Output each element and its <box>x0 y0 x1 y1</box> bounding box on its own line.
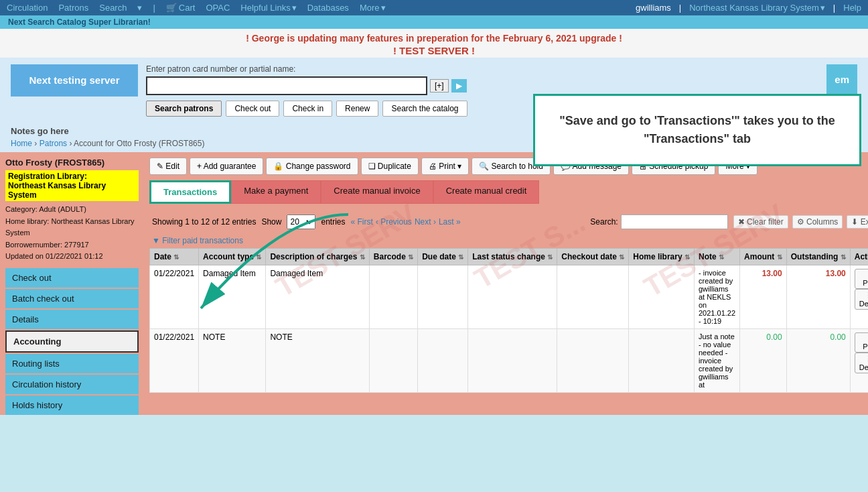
row-details-button-1[interactable]: ☰ Details <box>855 353 868 373</box>
nav-databases[interactable]: Databases <box>307 3 349 13</box>
nav-system[interactable]: Northeast Kansas Library System ▾ <box>689 3 825 13</box>
col-amount[interactable]: Amount ⇅ <box>740 249 787 265</box>
sidebar-accounting[interactable]: Accounting <box>5 330 139 353</box>
col-barcode[interactable]: Barcode ⇅ <box>369 249 417 265</box>
sidebar-holds-history[interactable]: Holds history <box>5 395 139 415</box>
sidebar-batch-check-out[interactable]: Batch check out <box>5 289 139 308</box>
cell-outstanding-1: 0.00 <box>786 329 850 393</box>
sort-icon-amount: ⇅ <box>777 253 782 261</box>
cell-due-date-0 <box>418 265 468 329</box>
tab-search-catalog[interactable]: Search the catalog <box>382 101 467 117</box>
row-print-button-0[interactable]: 🖨 Print <box>855 269 868 289</box>
sort-icon-due-date: ⇅ <box>458 253 463 261</box>
cell-home-library-0 <box>629 265 695 329</box>
duplicate-button[interactable]: ❑ Duplicate <box>361 158 419 175</box>
cell-last-status-0 <box>468 265 557 329</box>
sidebar-routing-lists[interactable]: Routing lists <box>5 354 139 373</box>
breadcrumb-home[interactable]: Home <box>11 139 32 148</box>
cell-note-0: - invoice created by gwilliams at NEKLS … <box>694 265 739 329</box>
col-home-library[interactable]: Home library ⇅ <box>629 249 695 265</box>
cell-description-0: Damaged Item <box>266 265 369 329</box>
tab-make-payment[interactable]: Make a payment <box>231 180 321 204</box>
add-guarantee-button[interactable]: + Add guarantee <box>190 158 263 175</box>
page-first[interactable]: « First <box>351 217 373 227</box>
patron-name: Otto Frosty (FROST865) <box>5 158 139 168</box>
col-outstanding[interactable]: Outstanding ⇅ <box>786 249 850 265</box>
tab-check-out[interactable]: Check out <box>226 101 279 117</box>
col-due-date[interactable]: Due date ⇅ <box>418 249 468 265</box>
showing-text: Showing 1 to 12 of 12 entries <box>152 217 256 227</box>
tab-search-patrons[interactable]: Search patrons <box>146 101 222 117</box>
col-date[interactable]: Date ⇅ <box>150 249 199 265</box>
breadcrumb-current: Account for Otto Frosty (FROST865) <box>74 139 204 148</box>
cell-checkout-date-0 <box>557 265 629 329</box>
table-search-input[interactable] <box>621 214 728 229</box>
cell-last-status-1 <box>468 329 557 393</box>
table-header-row: Date ⇅ Account type ⇅ Description of cha… <box>150 249 869 265</box>
export-button[interactable]: ⬇ Export <box>847 215 868 229</box>
nav-help[interactable]: Help <box>843 3 861 13</box>
table-search-filter: Search: <box>590 214 727 229</box>
row-print-button-1[interactable]: 🖨 Print <box>855 332 868 353</box>
subheader: Next Search Catalog Super Librarian! <box>0 15 868 29</box>
cell-account-type-0: Damaged Item <box>199 265 266 329</box>
page-next[interactable]: Next › <box>415 217 436 227</box>
tab-check-in[interactable]: Check in <box>283 101 332 117</box>
col-description[interactable]: Description of charges ⇅ <box>266 249 369 265</box>
show-entries-select[interactable]: 10 20 50 100 <box>287 214 315 229</box>
col-note[interactable]: Note ⇅ <box>694 249 739 265</box>
sidebar-circulation-history[interactable]: Circulation history <box>5 375 139 394</box>
sort-icon-outstanding: ⇅ <box>841 253 846 261</box>
search-go-button[interactable]: ▶ <box>451 79 467 93</box>
col-checkout-date[interactable]: Checkout date ⇅ <box>557 249 629 265</box>
sort-icon-home-library: ⇅ <box>684 253 690 261</box>
nav-search[interactable]: Search <box>99 3 127 13</box>
nav-more[interactable]: More ▾ <box>360 3 386 13</box>
nav-helpful-links[interactable]: Helpful Links ▾ <box>240 3 296 13</box>
patron-info: Category: Adult (ADULT) Home library: No… <box>5 204 139 263</box>
col-account-type[interactable]: Account type ⇅ <box>199 249 266 265</box>
page-last[interactable]: Last » <box>439 217 461 227</box>
top-nav-right: gwilliams | Northeast Kansas Library Sys… <box>636 3 861 13</box>
clear-filter-button[interactable]: ✖ Clear filter <box>733 215 788 229</box>
search-options-button[interactable]: [+] <box>430 79 449 93</box>
nav-circulation[interactable]: Circulation <box>7 3 48 13</box>
col-last-status[interactable]: Last status change ⇅ <box>468 249 557 265</box>
patron-sidebar: Otto Frosty (FROST865) Registration Libr… <box>0 152 144 415</box>
sidebar-details[interactable]: Details <box>5 310 139 329</box>
announcement-banner: ! George is updating many features in pr… <box>0 29 868 58</box>
table-row: 01/22/2021 Damaged Item Damaged Item - i… <box>150 265 869 329</box>
sort-icon-checkout-date: ⇅ <box>619 253 624 261</box>
nav-cart[interactable]: 🛒 Cart <box>166 3 196 13</box>
sidebar-check-out[interactable]: Check out <box>5 268 139 288</box>
print-button[interactable]: 🖨 Print ▾ <box>421 158 469 175</box>
sort-icon-description: ⇅ <box>360 253 365 261</box>
nav-opac[interactable]: OPAC <box>206 3 230 13</box>
sidebar-navigation: Check out Batch check out Details Accoun… <box>5 268 139 415</box>
nav-sep2: | <box>679 3 681 13</box>
breadcrumb-patrons[interactable]: Patrons <box>40 139 67 148</box>
change-password-button[interactable]: 🔒 Change password <box>266 158 358 175</box>
edit-button[interactable]: ✎ Edit <box>149 158 187 175</box>
search-label: Search: <box>590 217 618 227</box>
tab-renew[interactable]: Renew <box>336 101 378 117</box>
top-navigation: Circulation Patrons Search ▾ | 🛒 Cart OP… <box>0 0 868 15</box>
filter-paid-transactions[interactable]: Filter paid transactions <box>149 233 868 248</box>
patron-search-input[interactable] <box>146 76 427 95</box>
row-details-button-0[interactable]: ☰ Details <box>855 289 868 310</box>
nav-patrons[interactable]: Patrons <box>58 3 88 13</box>
show-label: Show <box>261 217 281 227</box>
nav-dropdown-arrow[interactable]: ▾ <box>137 3 142 13</box>
cell-account-type-1: NOTE <box>199 329 266 393</box>
cell-note-1: Just a note - no value needed - invoice … <box>694 329 739 393</box>
columns-button[interactable]: ⚙ Columns <box>792 215 843 229</box>
tab-transactions[interactable]: Transactions <box>149 180 231 204</box>
table-area: Showing 1 to 12 of 12 entries Show 10 20… <box>149 209 868 395</box>
pagination: « First ‹ Previous Next › Last » <box>351 217 461 227</box>
sort-icon-account-type: ⇅ <box>256 253 261 261</box>
tab-create-credit[interactable]: Create manual credit <box>433 180 540 204</box>
right-label-partial: em <box>826 64 857 95</box>
tab-create-invoice[interactable]: Create manual invoice <box>321 180 433 204</box>
page-previous[interactable]: ‹ Previous <box>376 217 412 227</box>
cell-barcode-1 <box>369 329 417 393</box>
